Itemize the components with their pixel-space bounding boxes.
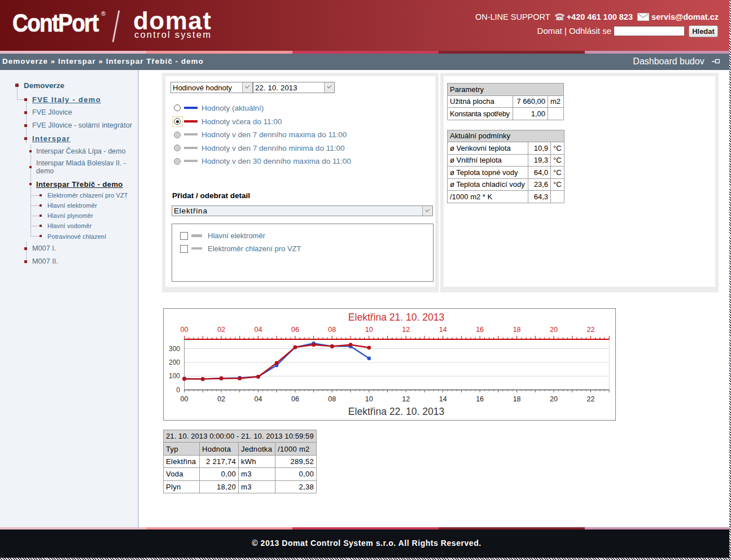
- svg-text:02: 02: [217, 326, 225, 334]
- svg-text:04: 04: [254, 326, 262, 334]
- svg-text:22: 22: [587, 326, 595, 334]
- svg-text:20: 20: [550, 326, 558, 334]
- svg-text:12: 12: [402, 326, 410, 334]
- svg-text:18: 18: [513, 395, 521, 403]
- svg-text:16: 16: [476, 395, 484, 403]
- svg-text:04: 04: [254, 395, 262, 403]
- svg-text:22: 22: [587, 395, 595, 403]
- svg-text:100: 100: [169, 372, 180, 380]
- svg-text:14: 14: [439, 326, 447, 334]
- svg-text:Elektřina 22. 10. 2013: Elektřina 22. 10. 2013: [348, 406, 444, 417]
- svg-text:0: 0: [176, 386, 180, 394]
- svg-text:00: 00: [181, 326, 189, 334]
- svg-text:Elektřina 21. 10. 2013: Elektřina 21. 10. 2013: [348, 312, 444, 323]
- svg-text:10: 10: [365, 395, 373, 403]
- svg-text:10: 10: [365, 326, 373, 334]
- svg-text:06: 06: [291, 326, 299, 334]
- svg-text:14: 14: [439, 395, 447, 403]
- svg-text:200: 200: [169, 358, 180, 366]
- svg-text:12: 12: [402, 395, 410, 403]
- svg-text:16: 16: [476, 326, 484, 334]
- svg-text:08: 08: [328, 395, 336, 403]
- svg-text:00: 00: [181, 395, 189, 403]
- svg-text:08: 08: [328, 326, 336, 334]
- svg-text:06: 06: [291, 395, 299, 403]
- svg-text:300: 300: [169, 345, 180, 353]
- svg-text:18: 18: [513, 326, 521, 334]
- svg-text:20: 20: [550, 395, 558, 403]
- svg-text:02: 02: [217, 395, 225, 403]
